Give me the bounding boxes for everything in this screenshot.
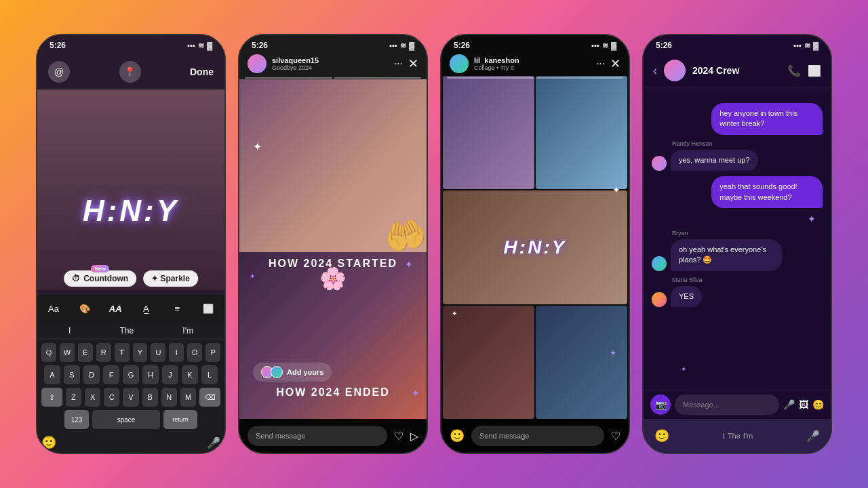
sparkle-deco-1: ✦ <box>612 184 620 195</box>
key-p[interactable]: P <box>205 343 220 362</box>
phone3-close-button[interactable]: ✕ <box>610 56 620 71</box>
sparkle-decoration-1: ✦ <box>405 259 413 270</box>
share-icon[interactable]: ▷ <box>410 430 418 443</box>
location-icon-button[interactable]: 📍 <box>119 61 141 83</box>
emoji-key[interactable]: 🙂 <box>41 435 56 450</box>
dm-suggestion-i[interactable]: I <box>723 432 725 440</box>
font-tool[interactable]: Aa <box>44 299 63 318</box>
dm-message-input[interactable]: Message... <box>675 394 779 415</box>
sparkle-input-decoration: ✦ <box>681 365 686 373</box>
sticker-button[interactable]: 😊 <box>812 399 824 410</box>
close-story-button[interactable]: ✕ <box>408 56 418 71</box>
key-v[interactable]: V <box>123 388 138 407</box>
phone3-like-icon[interactable]: ♡ <box>611 430 620 443</box>
camera-button[interactable]: 📷 <box>650 394 671 415</box>
add-yours-label: Add yours <box>287 368 323 376</box>
key-space[interactable]: space <box>92 410 160 429</box>
key-z[interactable]: Z <box>66 388 81 407</box>
phone3-story-avatar <box>450 54 469 73</box>
progress-bar-2 <box>334 77 422 79</box>
message-5-sender: Maria Silva <box>672 277 823 283</box>
battery-icon: ▓ <box>409 41 414 49</box>
video-call-icon[interactable]: ⬜ <box>808 64 821 77</box>
kb-rows: QWERTYUIOP ASDFGHJKL ⇧ZXCVBNM⌫ 123 space… <box>37 340 224 435</box>
voice-message-icon[interactable]: 🎤 <box>783 399 795 410</box>
phone3-bottom-bar: 🙂 Send message ♡ <box>441 419 629 453</box>
message-1: hey anyone in town this winter break? <box>711 103 823 135</box>
key-a[interactable]: A <box>44 365 60 384</box>
more-options-icon[interactable]: ··· <box>394 58 403 70</box>
story-progress-bars <box>245 77 421 79</box>
color-tool[interactable]: 🎨 <box>75 299 94 318</box>
mention-icon-button[interactable]: @ <box>48 61 70 83</box>
phone-3: 5:26 ▪▪▪ ≋ ▓ lil_kaneshon Collage • Try … <box>440 34 630 454</box>
mic-key[interactable]: 🎤 <box>207 436 220 449</box>
wifi-icon: ≋ <box>198 41 204 50</box>
phone3-more-icon[interactable]: ··· <box>596 58 605 70</box>
phone1-status-bar: 5:26 ▪▪▪ ≋ ▓ <box>37 35 224 53</box>
back-button[interactable]: ‹ <box>653 64 657 78</box>
key-i[interactable]: I <box>169 343 184 362</box>
how-2024-started-label: HOW 2024 STARTED <box>269 258 397 270</box>
key-d[interactable]: D <box>83 365 100 384</box>
phone2-message-input[interactable]: Send message <box>248 426 387 446</box>
key-backspace[interactable]: ⌫ <box>199 388 220 407</box>
grid-photo-1 <box>443 76 534 189</box>
dm-emoji-key[interactable]: 🙂 <box>654 428 669 443</box>
italic-tool[interactable]: AA <box>106 299 125 318</box>
key-b[interactable]: B <box>142 388 158 407</box>
key-y[interactable]: Y <box>133 343 148 362</box>
like-icon[interactable]: ♡ <box>394 430 403 443</box>
key-k[interactable]: K <box>182 365 198 384</box>
dm-mic-key[interactable]: 🎤 <box>806 430 820 443</box>
done-button[interactable]: Done <box>190 61 214 83</box>
photo-attach-icon[interactable]: 🖼 <box>799 399 808 410</box>
align-tool[interactable]: ≡ <box>167 299 186 318</box>
phone3-subtitle: Collage • Try It <box>474 64 596 71</box>
key-w[interactable]: W <box>60 343 75 362</box>
sparkle-sticker-button[interactable]: ✦ Sparkle <box>143 270 198 287</box>
voice-call-icon[interactable]: 📞 <box>787 64 801 77</box>
key-s[interactable]: S <box>64 365 80 384</box>
countdown-sticker-button[interactable]: New ⏱ Countdown <box>64 270 136 287</box>
text-box-tool[interactable]: ⬜ <box>199 299 218 318</box>
key-r[interactable]: R <box>96 343 111 362</box>
key-o[interactable]: O <box>187 343 202 362</box>
add-yours-button[interactable]: Add yours <box>253 363 332 382</box>
key-c[interactable]: C <box>104 388 119 407</box>
key-m[interactable]: M <box>180 388 196 407</box>
key-e[interactable]: E <box>78 343 93 362</box>
hand-illustration: 🤲 <box>381 213 427 256</box>
phone2-user-info: silvaqueen15 Goodbye 2024 <box>272 56 394 71</box>
key-l[interactable]: L <box>201 365 218 384</box>
sparkle-decoration-3: ✦ <box>250 272 255 280</box>
text-style-tool[interactable]: A̲ <box>137 299 156 318</box>
message-4-bubble: oh yeah what's everyone's plans? 🤩 <box>671 239 782 271</box>
key-shift[interactable]: ⇧ <box>41 388 62 407</box>
sparkle-top: ✦ <box>253 140 262 153</box>
emoji-icon-button[interactable]: 🙂 <box>450 428 465 443</box>
new-badge: New <box>91 265 108 272</box>
message-2-text: yes, wanna meet up? <box>679 156 750 164</box>
key-u[interactable]: U <box>151 343 165 362</box>
key-g[interactable]: G <box>123 365 139 384</box>
key-n[interactable]: N <box>161 388 177 407</box>
suggestion-the[interactable]: The <box>120 326 134 336</box>
suggestion-im[interactable]: I'm <box>182 326 193 336</box>
phone4-status-icons: ▪▪▪ ≋ ▓ <box>793 41 818 50</box>
phone3-story-header: lil_kaneshon Collage • Try It ··· ✕ <box>441 54 629 73</box>
phone1-time: 5:26 <box>50 41 66 50</box>
key-123[interactable]: 123 <box>64 410 89 429</box>
key-x[interactable]: X <box>85 388 100 407</box>
dm-suggestion-the[interactable]: The <box>728 432 741 440</box>
key-f[interactable]: F <box>103 365 119 384</box>
key-q[interactable]: Q <box>41 343 56 362</box>
suggestion-i[interactable]: I <box>68 326 71 336</box>
dm-suggestion-im[interactable]: I'm <box>743 432 753 440</box>
phone3-time: 5:26 <box>454 41 470 50</box>
key-j[interactable]: J <box>162 365 178 384</box>
key-h[interactable]: H <box>142 365 159 384</box>
key-t[interactable]: T <box>115 343 130 362</box>
key-return[interactable]: return <box>163 410 197 429</box>
phone3-message-input[interactable]: Send message <box>471 426 604 446</box>
